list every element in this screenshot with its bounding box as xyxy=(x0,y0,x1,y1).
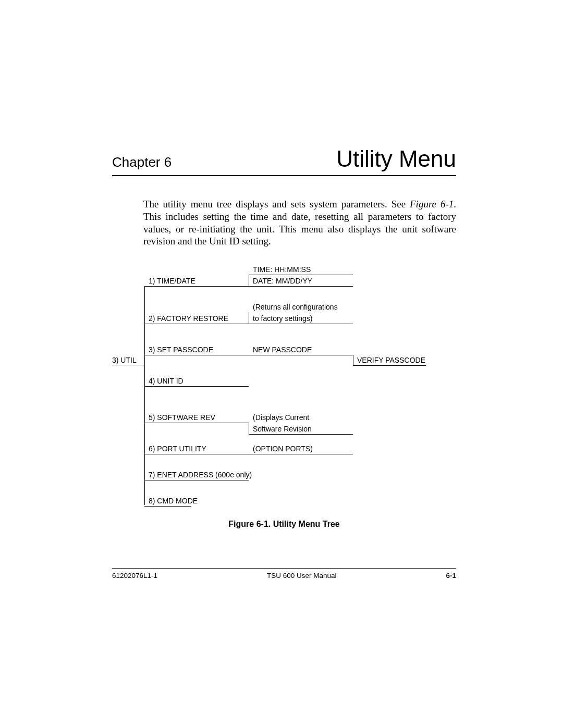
tree-item-1: 1) TIME/DATE xyxy=(149,277,195,285)
tree-line xyxy=(249,275,249,286)
tree-line xyxy=(144,286,249,287)
tree-item-6: 6) PORT UTILITY xyxy=(149,445,206,453)
tree-line xyxy=(249,434,353,435)
tree-line xyxy=(112,365,144,365)
tree-item-5: 5) SOFTWARE REV xyxy=(149,413,215,422)
tree-line xyxy=(249,275,353,275)
tree-detail-date: DATE: MM/DD/YY xyxy=(253,277,312,285)
tree-item-7: 7) ENET ADDRESS (600e only) xyxy=(149,471,252,479)
tree-detail-soft2: Software Revision xyxy=(253,425,312,433)
footer-page-number: 6-1 xyxy=(446,572,456,579)
tree-root: 3) UTIL xyxy=(112,356,137,364)
tree-line xyxy=(249,454,353,454)
tree-item-4: 4) UNIT ID xyxy=(149,377,183,385)
chapter-header: Chapter 6 Utility Menu xyxy=(112,146,456,176)
tree-line xyxy=(144,506,191,507)
tree-line xyxy=(353,365,426,366)
page-footer: 61202076L1-1 TSU 600 User Manual 6-1 xyxy=(112,568,456,579)
tree-line xyxy=(249,324,353,324)
tree-detail-soft1: (Displays Current xyxy=(253,413,309,422)
tree-detail-factory2: to factory settings) xyxy=(253,314,312,323)
tree-detail-verify: VERIFY PASSCODE xyxy=(357,356,425,364)
tree-line xyxy=(144,423,249,423)
menu-tree-diagram: 3) UTIL 1) TIME/DATE 2) FACTORY RESTORE … xyxy=(112,263,456,508)
chapter-title: Utility Menu xyxy=(336,146,456,172)
intro-paragraph: The utility menu tree displays and sets … xyxy=(143,198,456,248)
tree-detail-factory1: (Returns all configurations xyxy=(253,303,338,311)
intro-text-a: The utility menu tree displays and sets … xyxy=(143,199,410,209)
tree-line xyxy=(144,286,145,505)
figure-caption: Figure 6-1. Utility Menu Tree xyxy=(112,520,456,529)
tree-line xyxy=(144,324,249,324)
footer-left: 61202076L1-1 xyxy=(112,572,157,579)
page-content: Chapter 6 Utility Menu The utility menu … xyxy=(112,146,456,529)
footer-center: TSU 600 User Manual xyxy=(267,572,337,579)
tree-line xyxy=(144,454,249,454)
tree-line xyxy=(249,286,353,287)
tree-item-8: 8) CMD MODE xyxy=(149,497,198,505)
tree-line xyxy=(144,355,249,355)
chapter-label: Chapter 6 xyxy=(112,154,172,170)
tree-detail-newpass: NEW PASSCODE xyxy=(253,346,312,354)
tree-item-2: 2) FACTORY RESTORE xyxy=(149,314,228,323)
tree-line xyxy=(249,312,249,324)
tree-line xyxy=(249,423,249,434)
figure-reference: Figure 6-1 xyxy=(410,199,454,209)
tree-detail-ports: (OPTION PORTS) xyxy=(253,445,313,453)
tree-line xyxy=(144,386,249,387)
tree-line xyxy=(353,355,353,365)
tree-item-3: 3) SET PASSCODE xyxy=(149,346,213,354)
tree-line xyxy=(249,355,353,355)
tree-detail-time: TIME: HH:MM:SS xyxy=(253,265,311,274)
tree-line xyxy=(144,480,249,480)
